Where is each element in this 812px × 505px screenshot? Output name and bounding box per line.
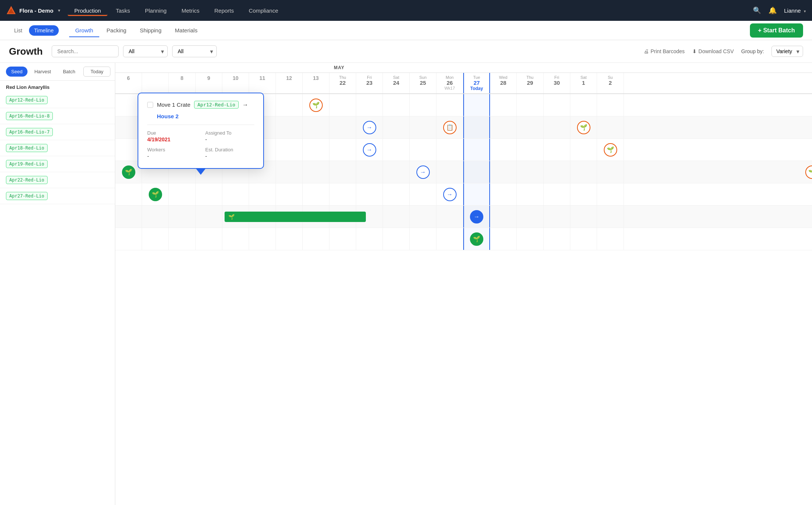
tab-shipping[interactable]: Shipping — [134, 24, 167, 37]
seed-icon[interactable]: 🌱 — [470, 232, 483, 246]
cell-today — [463, 139, 490, 161]
tab-materials[interactable]: Materials — [169, 24, 203, 37]
batch-tag[interactable]: Apr12-Red-Lio — [6, 96, 48, 104]
cell — [597, 206, 624, 228]
app-logo[interactable]: Flora - Demo ▾ — [6, 5, 60, 16]
cell[interactable]: 🌱 — [597, 161, 624, 183]
filter-dropdown[interactable]: All — [123, 45, 168, 57]
batch-tag[interactable]: Apr22-Red-Lio — [6, 176, 48, 184]
timeline-view-btn[interactable]: Timeline — [29, 25, 59, 36]
cell — [142, 206, 169, 228]
move-arrow-icon[interactable]: → — [416, 165, 430, 179]
cell — [196, 228, 222, 250]
cell — [517, 183, 544, 205]
cell — [544, 206, 570, 228]
sub-nav: List Timeline Growth Packing Shipping Ma… — [0, 21, 812, 40]
tab-packing[interactable]: Packing — [101, 24, 132, 37]
batch-tag[interactable]: Apr18-Red-Lio — [6, 144, 48, 152]
move-arrow-icon[interactable]: → — [363, 143, 376, 157]
batch-tag[interactable]: Apr19-Red-Lio — [6, 160, 48, 168]
cell — [490, 183, 517, 205]
clipboard-icon[interactable]: 📋 — [443, 121, 457, 134]
popup-checkbox[interactable] — [147, 102, 153, 108]
start-batch-button[interactable]: + Start Batch — [750, 23, 803, 38]
list-item: Apr12-Red-Lio — [0, 92, 115, 108]
batch-tag[interactable]: Apr16-Red-Lio-8 — [6, 112, 53, 120]
filter-batch[interactable]: Batch — [58, 67, 80, 77]
nav-tasks[interactable]: Tasks — [109, 5, 136, 16]
top-nav: Flora - Demo ▾ Production Tasks Planning… — [0, 0, 812, 21]
cell[interactable]: → — [410, 161, 436, 183]
cell[interactable]: → — [356, 116, 383, 138]
move-arrow-icon[interactable]: → — [363, 121, 376, 134]
filter-seed[interactable]: Seed — [6, 67, 28, 77]
popup-header: Move 1 Crate Apr12-Red-Lio → — [147, 101, 254, 109]
nav-reports[interactable]: Reports — [207, 5, 241, 16]
cell-today[interactable]: → — [463, 206, 490, 228]
nav-planning[interactable]: Planning — [138, 5, 173, 16]
cell — [276, 94, 303, 116]
user-menu[interactable]: Lianne ▾ — [784, 7, 806, 14]
cell[interactable]: → — [436, 183, 463, 205]
filter-select-wrap: All — [123, 45, 168, 57]
seed-icon[interactable]: 🌱 — [149, 188, 162, 201]
nav-production[interactable]: Production — [68, 5, 108, 16]
app-dropdown-arrow[interactable]: ▾ — [58, 8, 60, 13]
workers-field: Workers - — [147, 147, 196, 159]
page-title: Growth — [9, 46, 43, 57]
seed-icon[interactable]: 🌱 — [122, 165, 135, 179]
move-arrow-icon[interactable]: → — [470, 210, 483, 223]
gantt-row-5: 🌱 — [115, 183, 812, 206]
popup-overlay: Move 1 Crate Apr12-Red-Lio → House 2 Due… — [138, 93, 264, 169]
search-input[interactable] — [52, 45, 119, 57]
cell[interactable]: 🌱 — [303, 94, 329, 116]
due-value: 4/19/2021 — [147, 136, 196, 142]
nav-right: 🔍 🔔 Lianne ▾ — [753, 6, 806, 15]
cell — [303, 161, 329, 183]
cell — [169, 206, 196, 228]
tab-growth[interactable]: Growth — [69, 24, 99, 37]
download-csv-btn[interactable]: ⬇ Download CSV — [692, 48, 734, 54]
search-icon[interactable]: 🔍 — [753, 6, 761, 15]
assigned-to-field: Assigned To - — [205, 130, 254, 142]
notifications-icon[interactable]: 🔔 — [768, 6, 777, 15]
sprout-icon[interactable]: 🌱 — [805, 165, 812, 179]
nav-metrics[interactable]: Metrics — [175, 5, 206, 16]
batch-tag[interactable]: Apr27-Red-Lio — [6, 192, 48, 200]
cell-today — [463, 183, 490, 205]
day-col-pre11: 11 — [249, 73, 276, 93]
sprout-icon[interactable]: 🌱 — [577, 121, 590, 134]
cell — [517, 116, 544, 138]
popup-divider — [147, 125, 254, 125]
secondary-filter[interactable]: All — [172, 45, 217, 57]
popup-batch-tag[interactable]: Apr12-Red-Lio — [194, 101, 239, 109]
move-arrow-icon[interactable]: → — [443, 188, 457, 201]
green-progress-bar: 🌱 — [225, 212, 366, 222]
print-barcodes-btn[interactable]: 🖨 Print Barcodes — [644, 48, 685, 54]
cell[interactable]: 🌱 — [142, 183, 169, 205]
gantt-row-7: 🌱 — [115, 228, 812, 250]
batch-tag[interactable]: Apr16-Red-Lio-7 — [6, 128, 53, 136]
day-col-23: Fri 23 — [356, 73, 383, 93]
cell-today — [463, 116, 490, 138]
filter-harvest[interactable]: Harvest — [29, 67, 56, 77]
cell — [436, 139, 463, 161]
group-by-label: Group by: — [741, 48, 764, 54]
day-col-22: Thu 22 — [329, 73, 356, 93]
today-button[interactable]: Today — [83, 67, 110, 77]
cell — [276, 228, 303, 250]
sprout-icon[interactable]: 🌱 — [604, 143, 617, 157]
cell[interactable]: 📋 — [436, 116, 463, 138]
cell — [222, 228, 249, 250]
sprout-icon[interactable]: 🌱 — [309, 99, 323, 112]
cell[interactable]: 🌱 — [597, 139, 624, 161]
list-view-btn[interactable]: List — [9, 25, 28, 36]
group-by-select[interactable]: Variety House Status — [771, 46, 803, 57]
cell — [544, 116, 570, 138]
cell — [303, 183, 329, 205]
cell — [383, 228, 410, 250]
cell[interactable]: 🌱 — [570, 116, 597, 138]
nav-compliance[interactable]: Compliance — [242, 5, 285, 16]
cell-today[interactable]: 🌱 — [463, 228, 490, 250]
cell[interactable]: → — [356, 139, 383, 161]
